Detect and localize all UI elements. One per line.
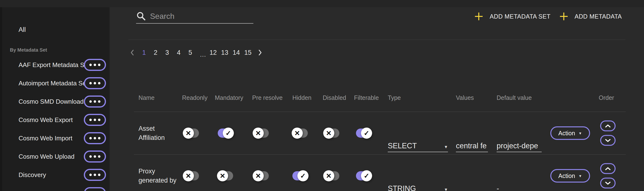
sidebar-item-label: Cosmo Web Import xyxy=(18,135,72,142)
toggle-readonly[interactable]: ✕ xyxy=(184,171,199,180)
add-metadata-set-button[interactable]: ADD METADATA SET xyxy=(474,12,550,21)
values-text: central fe xyxy=(456,142,487,150)
toggle-filterable[interactable]: ✓ xyxy=(356,171,371,180)
ellipsis-dot-icon xyxy=(89,100,92,103)
sidebar-item-label: AAF Export Metadata Set xyxy=(18,61,90,69)
table-row-asset-affiliation: Asset Affiliation✕✓✕✕✕✓SELECT▼central fe… xyxy=(134,112,626,154)
toggle-thumb: ✕ xyxy=(183,170,194,181)
item-more-menu-button[interactable] xyxy=(84,132,106,144)
sidebar-item-autoimport-metadata-set[interactable]: Autoimport Metadata Set xyxy=(2,74,110,92)
sidebar-item-aaf-export-metadata-set[interactable]: AAF Export Metadata Set xyxy=(2,56,110,74)
toggle-pre-resolve[interactable]: ✕ xyxy=(253,171,269,180)
sidebar-item-cosmo-smd-download[interactable]: Cosmo SMD Download xyxy=(2,92,110,111)
chevron-down-icon: ▼ xyxy=(444,187,448,191)
item-more-menu-button[interactable] xyxy=(84,96,106,108)
action-button[interactable]: Action▼ xyxy=(550,169,590,182)
sidebar-item-discovery[interactable]: Discovery xyxy=(2,166,110,184)
toggle-mandatory[interactable]: ✓ xyxy=(218,128,233,138)
default-value-text: project-depe xyxy=(496,142,538,150)
type-select-value: SELECT xyxy=(388,142,417,150)
order-down-button[interactable] xyxy=(600,135,616,146)
toggle-thumb: ✕ xyxy=(323,128,334,139)
sidebar-item-all[interactable]: All xyxy=(18,26,26,34)
toggle-hidden[interactable]: ✓ xyxy=(292,171,308,180)
item-more-menu-button[interactable] xyxy=(84,187,106,191)
check-icon: ✓ xyxy=(300,172,306,180)
column-header-values: Values xyxy=(456,94,474,102)
table-row-proxy-generated-by: Proxy generated by✕✕✕✓✕✓STRING▼-Action▼ xyxy=(134,154,626,191)
sidebar-item-label: Cosmo Web Export xyxy=(18,116,73,124)
pagination: 12345…12131415 xyxy=(130,48,262,57)
ellipsis-dot-icon xyxy=(94,82,96,84)
toggle-readonly[interactable]: ✕ xyxy=(184,128,199,138)
toggle-hidden[interactable]: ✕ xyxy=(292,128,308,138)
type-select[interactable]: SELECT▼ xyxy=(388,140,448,152)
toggle-mandatory[interactable]: ✕ xyxy=(218,171,233,180)
default-value-input[interactable]: - xyxy=(496,182,542,191)
toggle-thumb: ✓ xyxy=(361,128,372,139)
add-metadata-button[interactable]: ADD METADATA xyxy=(559,12,622,21)
item-more-menu-button[interactable] xyxy=(84,77,106,89)
add-metadata-label: ADD METADATA xyxy=(575,13,622,20)
toggle-filterable[interactable]: ✓ xyxy=(356,128,371,138)
page-button-12[interactable]: 12 xyxy=(210,49,217,56)
cross-icon: ✕ xyxy=(326,172,332,180)
type-select[interactable]: STRING▼ xyxy=(388,182,448,191)
ellipsis-dot-icon xyxy=(94,137,96,139)
check-icon: ✓ xyxy=(364,129,369,137)
item-more-menu-button[interactable] xyxy=(84,59,106,71)
page-button-4[interactable]: 4 xyxy=(175,49,182,56)
column-header-order: Order xyxy=(599,94,614,102)
add-metadata-set-label: ADD METADATA SET xyxy=(490,13,550,20)
search-field[interactable] xyxy=(136,9,253,24)
order-up-button[interactable] xyxy=(600,163,616,174)
order-down-button[interactable] xyxy=(600,178,616,188)
ellipsis-dot-icon xyxy=(94,155,96,158)
order-up-button[interactable] xyxy=(600,121,616,131)
ellipsis-dot-icon xyxy=(89,174,92,176)
page-button-3[interactable]: 3 xyxy=(164,49,171,56)
page-button-5[interactable]: 5 xyxy=(187,49,194,56)
sidebar-item-item[interactable] xyxy=(2,184,110,191)
toggle-thumb: ✕ xyxy=(323,170,334,181)
toggle-pre-resolve[interactable]: ✕ xyxy=(253,128,269,138)
check-icon: ✓ xyxy=(364,172,369,180)
action-button[interactable]: Action▼ xyxy=(550,126,590,140)
page-button-1[interactable]: 1 xyxy=(140,49,148,56)
values-input[interactable]: central fe xyxy=(456,140,488,152)
column-header-readonly: Readonly xyxy=(182,94,208,102)
item-more-menu-button[interactable] xyxy=(84,150,106,162)
values-input[interactable] xyxy=(456,182,488,191)
sidebar-item-label: Autoimport Metadata Set xyxy=(18,80,88,87)
page-button-2[interactable]: 2 xyxy=(152,49,159,56)
default-value-input[interactable]: project-depe xyxy=(496,140,542,152)
toggle-disabled[interactable]: ✕ xyxy=(324,128,339,138)
ellipsis-dot-icon xyxy=(94,64,96,66)
page-button-15[interactable]: 15 xyxy=(244,49,252,56)
main-panel: ADD METADATA SET ADD METADATA 12345…1213… xyxy=(110,7,644,191)
sidebar-item-cosmo-web-import[interactable]: Cosmo Web Import xyxy=(2,129,110,147)
item-more-menu-button[interactable] xyxy=(84,169,106,181)
ellipsis-dot-icon xyxy=(89,82,92,84)
cross-icon: ✕ xyxy=(186,172,191,180)
page-button-13[interactable]: 13 xyxy=(221,49,228,56)
page-button-14[interactable]: 14 xyxy=(233,49,240,56)
cross-icon: ✕ xyxy=(220,172,225,180)
search-input[interactable] xyxy=(150,12,253,21)
page-ellipsis: … xyxy=(200,52,206,57)
order-controls xyxy=(600,163,616,188)
toggle-disabled[interactable]: ✕ xyxy=(324,171,339,180)
action-button-label: Action xyxy=(558,130,575,137)
item-more-menu-button[interactable] xyxy=(84,114,106,126)
page-next-button[interactable] xyxy=(258,49,262,56)
sidebar-item-cosmo-web-export[interactable]: Cosmo Web Export xyxy=(2,111,110,129)
column-header-default-value: Default value xyxy=(496,94,532,102)
column-header-name: Name xyxy=(138,94,154,102)
toggle-thumb: ✓ xyxy=(361,170,372,181)
sidebar-item-cosmo-web-upload[interactable]: Cosmo Web Upload xyxy=(2,147,110,166)
cross-icon: ✕ xyxy=(255,172,261,180)
column-header-mandatory: Mandatory xyxy=(215,94,243,102)
row-name: Asset Affiliation xyxy=(138,112,178,154)
sidebar-item-label: Cosmo Web Upload xyxy=(18,153,74,160)
page-prev-button[interactable] xyxy=(130,49,134,56)
